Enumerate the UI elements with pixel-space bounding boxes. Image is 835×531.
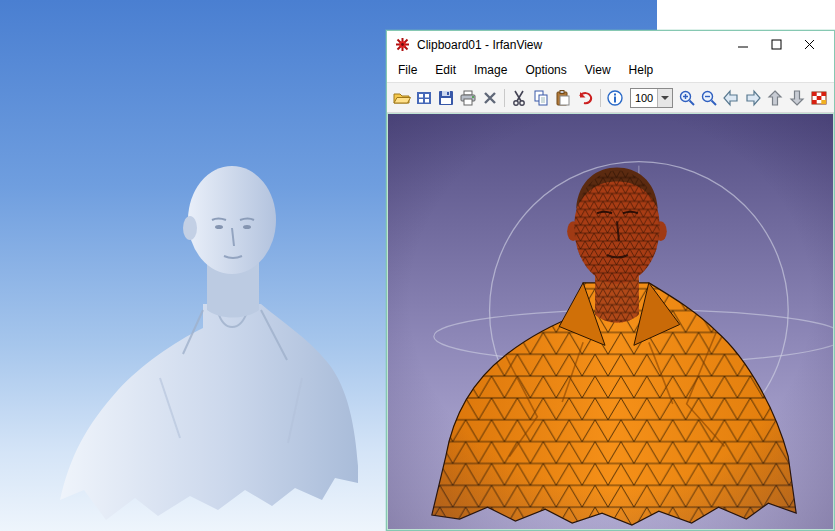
zoom-dropdown-arrow-icon[interactable] [657, 89, 672, 107]
irfanview-logo-icon [394, 36, 411, 53]
smooth-bust-3d-scene[interactable] [40, 128, 360, 531]
background-window-strip [657, 0, 835, 33]
menu-file[interactable]: File [389, 60, 426, 80]
toolbar-separator [504, 89, 505, 107]
next-file-icon[interactable] [743, 86, 764, 110]
smooth-bust-render [40, 128, 360, 531]
menu-image[interactable]: Image [465, 60, 516, 80]
menu-help[interactable]: Help [620, 60, 663, 80]
undo-icon[interactable] [575, 86, 596, 110]
zoom-out-icon[interactable] [699, 86, 720, 110]
paste-icon[interactable] [553, 86, 574, 110]
info-icon[interactable] [605, 86, 626, 110]
save-icon[interactable] [435, 86, 456, 110]
zoom-in-icon[interactable] [677, 86, 698, 110]
toolbar: 100 [387, 82, 834, 113]
toolbar-separator [600, 89, 601, 107]
open-folder-icon[interactable] [391, 86, 412, 110]
delete-icon[interactable] [479, 86, 500, 110]
cut-icon[interactable] [509, 86, 530, 110]
menu-options[interactable]: Options [516, 60, 575, 80]
slideshow-icon[interactable] [809, 86, 830, 110]
zoom-value[interactable]: 100 [631, 92, 657, 104]
minimize-button[interactable] [727, 31, 760, 58]
page-down-icon[interactable] [787, 86, 808, 110]
menu-bar: File Edit Image Options View Help [387, 58, 834, 82]
print-icon[interactable] [457, 86, 478, 110]
wireframe-bust-render [388, 114, 833, 529]
window-title: Clipboard01 - IrfanView [417, 38, 727, 52]
irfanview-window[interactable]: Clipboard01 - IrfanView File Edit Image … [386, 30, 835, 531]
page-up-icon[interactable] [765, 86, 786, 110]
prev-file-icon[interactable] [721, 86, 742, 110]
thumbnails-icon[interactable] [413, 86, 434, 110]
close-button[interactable] [793, 31, 826, 58]
menu-view[interactable]: View [576, 60, 620, 80]
copy-icon[interactable] [531, 86, 552, 110]
image-viewer-canvas[interactable] [387, 113, 834, 530]
maximize-button[interactable] [760, 31, 793, 58]
zoom-combo[interactable]: 100 [630, 88, 673, 108]
title-bar[interactable]: Clipboard01 - IrfanView [387, 31, 834, 58]
menu-edit[interactable]: Edit [426, 60, 465, 80]
